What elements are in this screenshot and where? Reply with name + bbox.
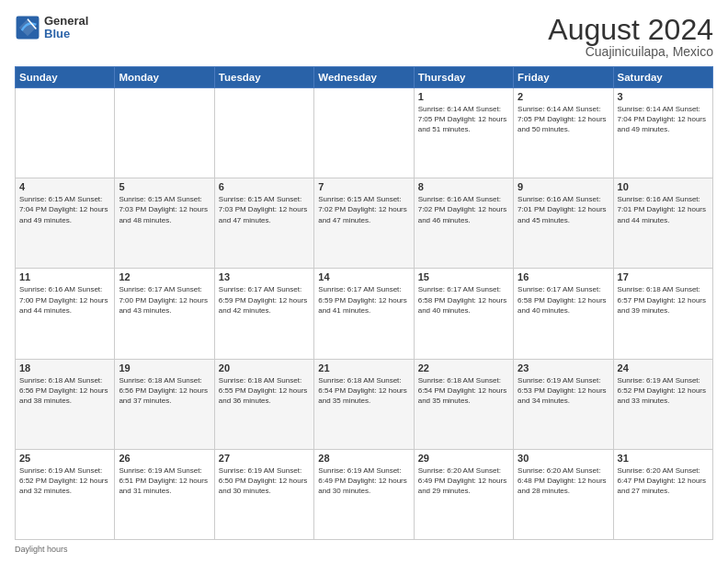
- logo-blue: Blue: [44, 28, 88, 40]
- weekday-header-saturday: Saturday: [613, 67, 712, 88]
- day-cell-21: 21Sunrise: 6:18 AM Sunset: 6:54 PM Dayli…: [314, 359, 414, 449]
- day-number: 11: [19, 271, 110, 282]
- day-number: 2: [518, 91, 609, 102]
- day-number: 27: [219, 453, 310, 464]
- day-cell-17: 17Sunrise: 6:18 AM Sunset: 6:57 PM Dayli…: [613, 269, 712, 359]
- day-info: Sunrise: 6:14 AM Sunset: 7:05 PM Dayligh…: [418, 104, 509, 135]
- day-info: Sunrise: 6:19 AM Sunset: 6:51 PM Dayligh…: [119, 465, 210, 497]
- weekday-header-thursday: Thursday: [414, 67, 513, 88]
- day-number: 12: [119, 271, 210, 282]
- day-number: 9: [518, 181, 609, 192]
- weekday-header-tuesday: Tuesday: [214, 67, 313, 88]
- day-cell-6: 6Sunrise: 6:15 AM Sunset: 7:03 PM Daylig…: [214, 178, 313, 269]
- day-cell-28: 28Sunrise: 6:19 AM Sunset: 6:49 PM Dayli…: [314, 449, 414, 539]
- day-cell-7: 7Sunrise: 6:15 AM Sunset: 7:02 PM Daylig…: [314, 178, 414, 269]
- day-cell-30: 30Sunrise: 6:20 AM Sunset: 6:48 PM Dayli…: [514, 449, 613, 539]
- day-info: Sunrise: 6:14 AM Sunset: 7:04 PM Dayligh…: [618, 104, 709, 135]
- page: General Blue August 2024 Cuajinicuilapa,…: [0, 0, 728, 563]
- day-info: Sunrise: 6:18 AM Sunset: 6:56 PM Dayligh…: [119, 375, 210, 407]
- calendar-subtitle: Cuajinicuilapa, Mexico: [548, 44, 713, 59]
- week-row-3: 11Sunrise: 6:16 AM Sunset: 7:00 PM Dayli…: [16, 269, 713, 359]
- day-info: Sunrise: 6:16 AM Sunset: 7:00 PM Dayligh…: [19, 284, 110, 316]
- day-number: 6: [219, 181, 310, 192]
- day-cell-2: 2Sunrise: 6:14 AM Sunset: 7:05 PM Daylig…: [514, 88, 613, 178]
- day-number: 8: [418, 181, 509, 192]
- day-info: Sunrise: 6:19 AM Sunset: 6:53 PM Dayligh…: [518, 375, 609, 407]
- logo-general: General: [44, 15, 88, 28]
- day-cell-25: 25Sunrise: 6:19 AM Sunset: 6:52 PM Dayli…: [16, 449, 115, 539]
- day-info: Sunrise: 6:18 AM Sunset: 6:54 PM Dayligh…: [418, 375, 509, 407]
- day-number: 3: [618, 91, 709, 102]
- day-info: Sunrise: 6:16 AM Sunset: 7:01 PM Dayligh…: [618, 194, 709, 225]
- day-cell-22: 22Sunrise: 6:18 AM Sunset: 6:54 PM Dayli…: [414, 359, 513, 449]
- day-cell-14: 14Sunrise: 6:17 AM Sunset: 6:59 PM Dayli…: [314, 269, 414, 359]
- logo-icon: [15, 15, 40, 40]
- day-cell-27: 27Sunrise: 6:19 AM Sunset: 6:50 PM Dayli…: [214, 449, 313, 539]
- week-row-4: 18Sunrise: 6:18 AM Sunset: 6:56 PM Dayli…: [16, 359, 713, 449]
- day-cell-9: 9Sunrise: 6:16 AM Sunset: 7:01 PM Daylig…: [514, 178, 613, 269]
- day-number: 28: [318, 453, 409, 464]
- day-cell-26: 26Sunrise: 6:19 AM Sunset: 6:51 PM Dayli…: [115, 449, 214, 539]
- day-number: 31: [618, 453, 709, 464]
- day-info: Sunrise: 6:18 AM Sunset: 6:57 PM Dayligh…: [618, 284, 709, 316]
- day-cell-12: 12Sunrise: 6:17 AM Sunset: 7:00 PM Dayli…: [115, 269, 214, 359]
- day-cell-13: 13Sunrise: 6:17 AM Sunset: 6:59 PM Dayli…: [214, 269, 313, 359]
- day-info: Sunrise: 6:16 AM Sunset: 7:02 PM Dayligh…: [418, 194, 509, 225]
- day-info: Sunrise: 6:15 AM Sunset: 7:03 PM Dayligh…: [219, 194, 310, 225]
- day-number: 21: [318, 362, 409, 373]
- day-info: Sunrise: 6:19 AM Sunset: 6:52 PM Dayligh…: [19, 465, 110, 497]
- day-info: Sunrise: 6:19 AM Sunset: 6:52 PM Dayligh…: [618, 375, 709, 407]
- empty-cell: [214, 88, 313, 178]
- weekday-header-sunday: Sunday: [16, 67, 115, 88]
- day-info: Sunrise: 6:17 AM Sunset: 6:59 PM Dayligh…: [219, 284, 310, 316]
- empty-cell: [314, 88, 414, 178]
- day-info: Sunrise: 6:20 AM Sunset: 6:47 PM Dayligh…: [618, 465, 709, 497]
- week-row-5: 25Sunrise: 6:19 AM Sunset: 6:52 PM Dayli…: [16, 449, 713, 539]
- day-cell-5: 5Sunrise: 6:15 AM Sunset: 7:03 PM Daylig…: [115, 178, 214, 269]
- day-info: Sunrise: 6:15 AM Sunset: 7:02 PM Dayligh…: [318, 194, 409, 225]
- day-info: Sunrise: 6:16 AM Sunset: 7:01 PM Dayligh…: [518, 194, 609, 225]
- footer: Daylight hours: [15, 545, 713, 554]
- empty-cell: [16, 88, 115, 178]
- calendar-table: SundayMondayTuesdayWednesdayThursdayFrid…: [15, 66, 713, 540]
- day-info: Sunrise: 6:18 AM Sunset: 6:55 PM Dayligh…: [219, 375, 310, 407]
- day-number: 15: [418, 271, 509, 282]
- day-cell-24: 24Sunrise: 6:19 AM Sunset: 6:52 PM Dayli…: [613, 359, 712, 449]
- day-info: Sunrise: 6:18 AM Sunset: 6:54 PM Dayligh…: [318, 375, 409, 407]
- day-info: Sunrise: 6:17 AM Sunset: 7:00 PM Dayligh…: [119, 284, 210, 316]
- weekday-header-row: SundayMondayTuesdayWednesdayThursdayFrid…: [16, 67, 713, 88]
- day-info: Sunrise: 6:19 AM Sunset: 6:49 PM Dayligh…: [318, 465, 409, 497]
- day-cell-18: 18Sunrise: 6:18 AM Sunset: 6:56 PM Dayli…: [16, 359, 115, 449]
- day-number: 16: [518, 271, 609, 282]
- day-cell-19: 19Sunrise: 6:18 AM Sunset: 6:56 PM Dayli…: [115, 359, 214, 449]
- day-info: Sunrise: 6:17 AM Sunset: 6:58 PM Dayligh…: [418, 284, 509, 316]
- day-cell-20: 20Sunrise: 6:18 AM Sunset: 6:55 PM Dayli…: [214, 359, 313, 449]
- weekday-header-monday: Monday: [115, 67, 214, 88]
- day-number: 1: [418, 91, 509, 102]
- day-number: 22: [418, 362, 509, 373]
- day-number: 5: [119, 181, 210, 192]
- day-number: 17: [618, 271, 709, 282]
- day-info: Sunrise: 6:15 AM Sunset: 7:04 PM Dayligh…: [19, 194, 110, 225]
- day-number: 24: [618, 362, 709, 373]
- day-cell-1: 1Sunrise: 6:14 AM Sunset: 7:05 PM Daylig…: [414, 88, 513, 178]
- day-number: 23: [518, 362, 609, 373]
- day-number: 7: [318, 181, 409, 192]
- day-info: Sunrise: 6:20 AM Sunset: 6:48 PM Dayligh…: [518, 465, 609, 497]
- logo: General Blue: [15, 15, 88, 41]
- day-cell-23: 23Sunrise: 6:19 AM Sunset: 6:53 PM Dayli…: [514, 359, 613, 449]
- day-number: 26: [119, 453, 210, 464]
- day-info: Sunrise: 6:15 AM Sunset: 7:03 PM Dayligh…: [119, 194, 210, 225]
- day-cell-3: 3Sunrise: 6:14 AM Sunset: 7:04 PM Daylig…: [613, 88, 712, 178]
- week-row-2: 4Sunrise: 6:15 AM Sunset: 7:04 PM Daylig…: [16, 178, 713, 269]
- empty-cell: [115, 88, 214, 178]
- day-cell-15: 15Sunrise: 6:17 AM Sunset: 6:58 PM Dayli…: [414, 269, 513, 359]
- day-info: Sunrise: 6:17 AM Sunset: 6:59 PM Dayligh…: [318, 284, 409, 316]
- title-block: August 2024 Cuajinicuilapa, Mexico: [548, 15, 713, 59]
- day-info: Sunrise: 6:17 AM Sunset: 6:58 PM Dayligh…: [518, 284, 609, 316]
- day-number: 18: [19, 362, 110, 373]
- day-number: 13: [219, 271, 310, 282]
- day-number: 25: [19, 453, 110, 464]
- day-number: 19: [119, 362, 210, 373]
- weekday-header-friday: Friday: [514, 67, 613, 88]
